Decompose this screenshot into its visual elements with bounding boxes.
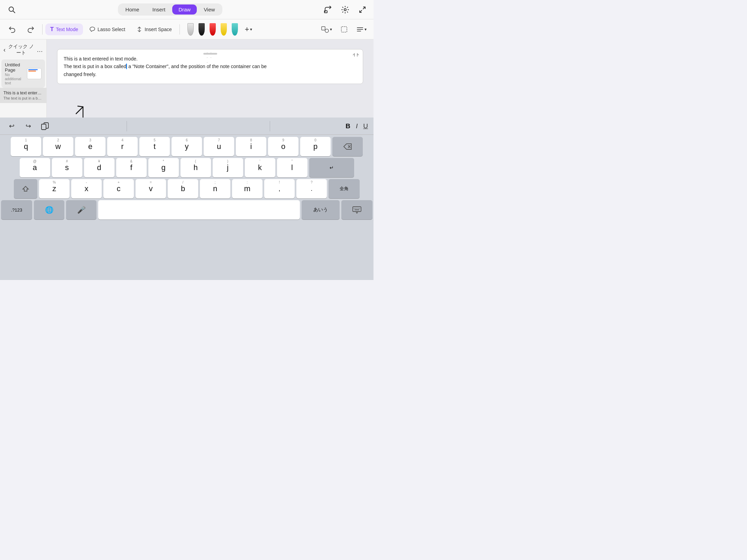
separator-1 <box>42 24 43 35</box>
sidebar: ‹ クイック ノート … Untitled Page No additional… <box>0 39 47 118</box>
key-zenkaku[interactable]: 全角 <box>329 179 360 198</box>
page-thumbnail <box>27 68 42 79</box>
note-line-3: changed freely. <box>64 71 357 78</box>
text-mode-label: Text Mode <box>56 27 78 32</box>
sidebar-header: ‹ クイック ノート … <box>0 39 46 59</box>
handwriting-area: Note Container <box>64 96 237 118</box>
pen-black[interactable] <box>196 22 207 36</box>
kb-copy-button[interactable] <box>39 120 51 132</box>
key-s[interactable]: #s <box>52 158 82 177</box>
key-u[interactable]: 7u <box>204 137 234 156</box>
key-globe[interactable]: 🌐 <box>34 200 64 220</box>
key-a[interactable]: @a <box>20 158 50 177</box>
key-row-4: .?123 🌐 🎤 あいう <box>1 200 372 220</box>
kb-redo-button[interactable]: ↪ <box>22 120 35 132</box>
share-button[interactable] <box>322 4 333 15</box>
redo-button[interactable] <box>22 23 39 36</box>
key-v[interactable]: =v <box>136 179 166 198</box>
note-resize-button[interactable] <box>352 52 359 58</box>
thumb-line-1 <box>28 69 38 70</box>
shape-tool[interactable]: ▾ <box>317 24 335 35</box>
key-l[interactable]: "l <box>277 158 307 177</box>
svg-rect-14 <box>353 207 361 212</box>
kb-underline-button[interactable]: U <box>363 122 368 130</box>
note-container-drag-handle[interactable]: · · · · · <box>203 53 217 55</box>
svg-rect-13 <box>42 124 46 130</box>
tab-draw[interactable]: Draw <box>172 4 197 15</box>
top-nav-right <box>322 4 368 15</box>
pen-red[interactable] <box>208 22 218 36</box>
lasso-select-button[interactable]: Lasso Select <box>84 24 130 35</box>
sidebar-more-button[interactable]: … <box>37 46 43 54</box>
key-mic[interactable]: 🎤 <box>66 200 96 220</box>
sidebar-back-button[interactable]: ‹ <box>3 46 6 54</box>
key-r[interactable]: 4r <box>107 137 138 156</box>
key-t[interactable]: 5t <box>139 137 170 156</box>
key-space[interactable] <box>98 200 300 220</box>
pen-white[interactable] <box>185 22 196 36</box>
arrange-tool[interactable]: ▾ <box>353 24 370 35</box>
note-preview-title: This is a text entered in... <box>3 91 43 95</box>
search-button[interactable] <box>6 3 18 16</box>
key-japanese[interactable]: あいう <box>302 200 340 220</box>
key-x[interactable]: -x <box>71 179 102 198</box>
note-preview-text: The text is put in a box called... <box>3 96 43 100</box>
kb-bold-button[interactable]: B <box>345 122 350 130</box>
key-f[interactable]: &f <box>116 158 147 177</box>
key-row-2: @a #s ¥d &f *g (h )j 'k "l ↵ <box>1 158 372 177</box>
key-question[interactable]: ?. <box>296 179 327 198</box>
add-button[interactable]: + ▾ <box>241 23 256 36</box>
key-e[interactable]: 3e <box>75 137 105 156</box>
key-c[interactable]: +c <box>103 179 134 198</box>
pen-nib-white <box>187 23 194 36</box>
nav-tabs: Home Insert Draw View <box>118 3 223 16</box>
tab-insert[interactable]: Insert <box>146 4 172 15</box>
page-subtitle: No additional text <box>5 73 24 85</box>
key-y[interactable]: 6y <box>172 137 202 156</box>
key-i[interactable]: 8i <box>236 137 266 156</box>
tab-view[interactable]: View <box>197 4 221 15</box>
key-q[interactable]: 1q <box>11 137 41 156</box>
key-m[interactable]: :m <box>232 179 262 198</box>
key-b[interactable]: /b <box>168 179 198 198</box>
note-container[interactable]: · · · · · This is a text entered in text… <box>57 49 363 84</box>
key-delete[interactable] <box>332 137 363 156</box>
settings-button[interactable] <box>340 4 351 15</box>
keyboard-keys: 1q 2w 3e 4r 5t 6y 7u 8i 9o 0p @a #s ¥d &… <box>0 135 374 220</box>
note-preview[interactable]: This is a text entered in... The text is… <box>0 88 46 103</box>
expand-button[interactable] <box>357 4 368 15</box>
kb-undo-button[interactable]: ↩ <box>6 120 18 132</box>
key-n[interactable]: ;n <box>200 179 230 198</box>
keyboard-toolbar: ↩ ↪ B I U <box>0 118 374 135</box>
insert-space-label: Insert Space <box>145 27 172 32</box>
pen-nib-teal <box>232 23 238 36</box>
key-keyboard-hide[interactable] <box>341 200 372 220</box>
key-p[interactable]: 0p <box>300 137 331 156</box>
lasso-select-label: Lasso Select <box>98 27 125 32</box>
key-row-3: %z -x +c =v /b ;n :m !, ?. 全角 <box>1 179 372 198</box>
key-o[interactable]: 9o <box>268 137 298 156</box>
key-w[interactable]: 2w <box>43 137 73 156</box>
key-h[interactable]: (h <box>181 158 211 177</box>
pen-teal[interactable] <box>230 22 240 36</box>
key-d[interactable]: ¥d <box>84 158 114 177</box>
text-mode-button[interactable]: T Text Mode <box>45 24 83 35</box>
canvas-area[interactable]: · · · · · This is a text entered in text… <box>47 39 374 118</box>
key-numeric[interactable]: .?123 <box>1 200 32 220</box>
kb-italic-button[interactable]: I <box>356 122 358 130</box>
key-return[interactable]: ↵ <box>309 158 354 177</box>
key-g[interactable]: *g <box>148 158 179 177</box>
key-k[interactable]: 'k <box>245 158 275 177</box>
undo-button[interactable] <box>3 23 21 36</box>
key-exclaim[interactable]: !, <box>264 179 295 198</box>
separator-2 <box>179 24 180 35</box>
selection-tool[interactable] <box>337 24 351 35</box>
tab-home[interactable]: Home <box>119 4 146 15</box>
key-row-1: 1q 2w 3e 4r 5t 6y 7u 8i 9o 0p <box>1 137 372 156</box>
key-z[interactable]: %z <box>39 179 70 198</box>
key-shift[interactable] <box>14 179 37 198</box>
insert-space-button[interactable]: Insert Space <box>131 24 177 35</box>
sidebar-page-item[interactable]: Untitled Page No additional text <box>1 59 45 88</box>
key-j[interactable]: )j <box>213 158 243 177</box>
pen-yellow[interactable] <box>219 22 229 36</box>
